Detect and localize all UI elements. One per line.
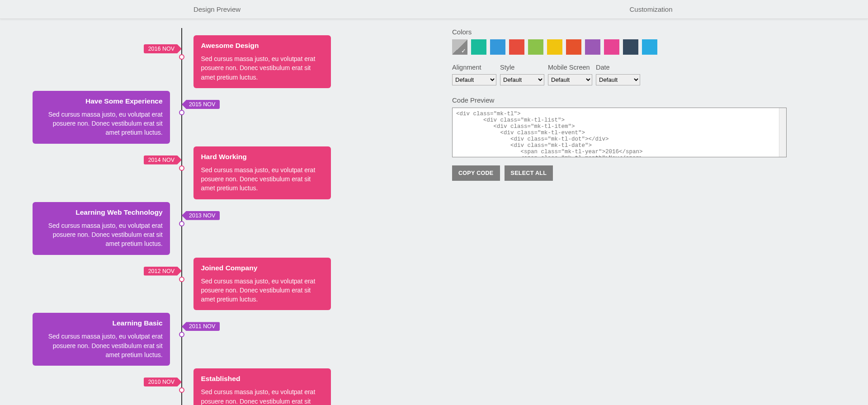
timeline-card: Awesome DesignSed cursus massa justo, eu… bbox=[193, 35, 331, 88]
timeline-card: Hard WorkingSed cursus massa justo, eu v… bbox=[193, 146, 331, 199]
style-select[interactable]: Default bbox=[500, 74, 544, 85]
code-preview-label: Code Preview bbox=[452, 96, 863, 104]
code-preview-text: <div class="mk-tl"> <div class="mk-tl-li… bbox=[456, 111, 643, 157]
control-alignment: Alignment Default bbox=[452, 64, 496, 85]
customization-panel: Colors Alignment Default Style Default M… bbox=[452, 19, 863, 405]
timeline-date-badge: 2015 NOV bbox=[182, 100, 220, 109]
timeline-card: Have Some ExperienceSed cursus massa jus… bbox=[33, 91, 170, 144]
control-style: Style Default bbox=[500, 64, 544, 85]
timeline-card-desc: Sed cursus massa justo, eu volutpat erat… bbox=[40, 332, 163, 359]
scrollbar[interactable] bbox=[779, 108, 786, 157]
color-swatch-green[interactable] bbox=[528, 39, 543, 55]
date-label: Date bbox=[596, 64, 640, 71]
select-all-button[interactable]: SELECT ALL bbox=[505, 165, 553, 181]
timeline: 2016 NOVAwesome DesignSed cursus massa j… bbox=[33, 28, 331, 405]
color-swatch-sky[interactable] bbox=[642, 39, 657, 55]
color-swatch-dark[interactable] bbox=[623, 39, 638, 55]
timeline-dot-icon bbox=[179, 165, 184, 171]
alignment-label: Alignment bbox=[452, 64, 496, 71]
timeline-card-desc: Sed cursus massa justo, eu volutpat erat… bbox=[201, 165, 324, 193]
timeline-card-desc: Sed cursus massa justo, eu volutpat erat… bbox=[40, 110, 163, 137]
timeline-date-badge: 2011 NOV bbox=[182, 322, 220, 331]
color-swatch-default[interactable] bbox=[452, 39, 467, 55]
tabs: Design Preview Customization bbox=[0, 0, 868, 19]
color-swatch-amber[interactable] bbox=[547, 39, 562, 55]
timeline-dot-icon bbox=[179, 332, 184, 337]
timeline-dot-icon bbox=[179, 387, 184, 393]
timeline-item: 2015 NOVHave Some ExperienceSed cursus m… bbox=[33, 91, 331, 144]
color-swatch-teal[interactable] bbox=[471, 39, 486, 55]
mobile-select[interactable]: Default bbox=[548, 74, 592, 85]
alignment-select[interactable]: Default bbox=[452, 74, 496, 85]
timeline-date-badge: 2014 NOV bbox=[144, 155, 182, 165]
control-mobile: Mobile Screen Default bbox=[548, 64, 592, 85]
color-swatch-pink[interactable] bbox=[604, 39, 619, 55]
timeline-item: 2016 NOVAwesome DesignSed cursus massa j… bbox=[33, 35, 331, 88]
controls-row: Alignment Default Style Default Mobile S… bbox=[452, 64, 863, 85]
control-date: Date Default bbox=[596, 64, 640, 85]
timeline-item: 2014 NOVHard WorkingSed cursus massa jus… bbox=[33, 146, 331, 199]
tab-design-preview[interactable]: Design Preview bbox=[0, 0, 434, 19]
timeline-card-title: Awesome Design bbox=[201, 42, 324, 50]
timeline-card-title: Established bbox=[201, 375, 324, 383]
timeline-card: Learning BasicSed cursus massa justo, eu… bbox=[33, 313, 170, 366]
timeline-item: 2012 NOVJoined CompanySed cursus massa j… bbox=[33, 258, 331, 311]
timeline-dot-icon bbox=[179, 221, 184, 226]
copy-code-button[interactable]: COPY CODE bbox=[452, 165, 500, 181]
timeline-card-title: Hard Working bbox=[201, 153, 324, 161]
tab-customization[interactable]: Customization bbox=[434, 0, 868, 19]
timeline-card-title: Joined Company bbox=[201, 264, 324, 272]
color-swatch-row bbox=[452, 39, 863, 55]
timeline-dot-icon bbox=[179, 277, 184, 282]
timeline-card: EstablishedSed cursus massa justo, eu vo… bbox=[193, 368, 331, 405]
date-select[interactable]: Default bbox=[596, 74, 640, 85]
timeline-card-desc: Sed cursus massa justo, eu volutpat erat… bbox=[201, 54, 324, 82]
timeline-card: Joined CompanySed cursus massa justo, eu… bbox=[193, 258, 331, 311]
colors-label: Colors bbox=[452, 28, 863, 36]
code-preview-box[interactable]: <div class="mk-tl"> <div class="mk-tl-li… bbox=[452, 108, 787, 157]
timeline-card-desc: Sed cursus massa justo, eu volutpat erat… bbox=[201, 387, 324, 405]
timeline-card-desc: Sed cursus massa justo, eu volutpat erat… bbox=[40, 221, 163, 249]
timeline-card-title: Have Some Experience bbox=[40, 97, 163, 105]
timeline-date-badge: 2013 NOV bbox=[182, 211, 220, 220]
timeline-date-badge: 2012 NOV bbox=[144, 267, 182, 276]
timeline-card: Learning Web TechnologySed cursus massa … bbox=[33, 202, 170, 255]
color-swatch-purple[interactable] bbox=[585, 39, 600, 55]
timeline-item: 2011 NOVLearning BasicSed cursus massa j… bbox=[33, 313, 331, 366]
timeline-item: 2010 NOVEstablishedSed cursus massa just… bbox=[33, 368, 331, 405]
mobile-label: Mobile Screen bbox=[548, 64, 592, 71]
timeline-dot-icon bbox=[179, 54, 184, 60]
timeline-date-badge: 2016 NOV bbox=[144, 44, 182, 53]
color-swatch-red[interactable] bbox=[509, 39, 524, 55]
design-preview-panel: 2016 NOVAwesome DesignSed cursus massa j… bbox=[5, 19, 434, 405]
style-label: Style bbox=[500, 64, 544, 71]
timeline-card-desc: Sed cursus massa justo, eu volutpat erat… bbox=[201, 277, 324, 304]
timeline-card-title: Learning Basic bbox=[40, 319, 163, 327]
timeline-dot-icon bbox=[179, 110, 184, 115]
timeline-date-badge: 2010 NOV bbox=[144, 377, 182, 386]
timeline-card-title: Learning Web Technology bbox=[40, 208, 163, 217]
color-swatch-blue[interactable] bbox=[490, 39, 505, 55]
color-swatch-orange[interactable] bbox=[566, 39, 581, 55]
timeline-item: 2013 NOVLearning Web TechnologySed cursu… bbox=[33, 202, 331, 255]
